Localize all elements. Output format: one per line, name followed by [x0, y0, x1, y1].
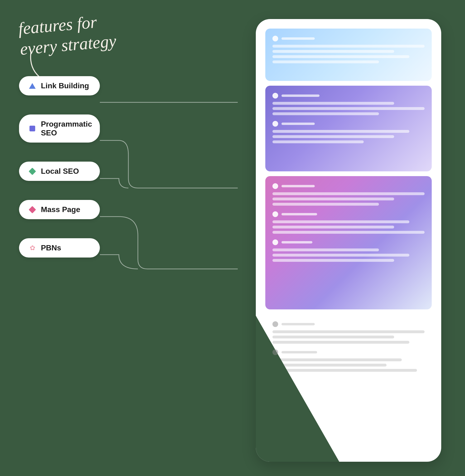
content-bar: [273, 112, 379, 115]
title-bar: [282, 323, 315, 325]
content-bar: [273, 60, 379, 63]
title-bar: [282, 37, 315, 40]
dot-indicator: [273, 36, 278, 41]
pill-link-building[interactable]: Link Building: [19, 76, 100, 95]
content-bar: [273, 102, 394, 105]
content-bar: [273, 369, 417, 372]
pill-pbns[interactable]: ✿ PBNs: [19, 238, 100, 257]
content-bar: [273, 220, 409, 223]
content-bar: [273, 107, 425, 110]
dot-indicator: [273, 183, 278, 189]
content-bar: [273, 198, 394, 200]
content-bar: [273, 259, 394, 262]
title-bar: [282, 122, 315, 125]
flower-icon: ✿: [29, 244, 36, 252]
pill-label: Programmatic SEO: [41, 120, 92, 137]
content-bar: [273, 55, 409, 58]
dot-indicator: [273, 93, 278, 99]
dot-indicator: [273, 321, 278, 327]
diamond-pink-icon: [29, 206, 36, 213]
dot-indicator: [273, 211, 278, 217]
title-bar: [282, 185, 315, 187]
title-bar: [282, 241, 312, 244]
triangle-icon: [29, 82, 36, 90]
pills-container: Link Building Programmatic SEO Local SEO…: [19, 76, 100, 257]
phone-mockup: [256, 19, 441, 462]
content-bar: [273, 45, 425, 48]
dot-indicator: [273, 349, 278, 355]
content-bar: [273, 330, 425, 333]
content-bar: [273, 364, 387, 366]
title-bar: [282, 213, 317, 215]
content-bar: [273, 248, 379, 251]
pill-label: Link Building: [41, 81, 89, 90]
panel-blue-light: [265, 29, 432, 81]
pill-programmatic-seo[interactable]: Programmatic SEO: [19, 114, 100, 143]
content-bar: [273, 336, 394, 338]
content-bar: [273, 135, 394, 138]
pill-label: PBNs: [41, 244, 61, 252]
content-bar: [273, 341, 409, 344]
title-bar: [282, 351, 317, 354]
pill-label: Local SEO: [41, 167, 79, 176]
content-bar: [273, 203, 379, 206]
main-container: features for every strategy Link Buildin…: [0, 0, 465, 476]
content-bar: [273, 130, 409, 133]
content-bar: [273, 140, 364, 143]
content-bar: [273, 231, 425, 234]
dot-indicator: [273, 121, 278, 127]
content-bar: [273, 254, 409, 256]
square-icon: [29, 125, 36, 132]
dot-indicator: [273, 239, 278, 245]
title-bar: [282, 94, 319, 97]
content-bar: [273, 192, 425, 195]
content-bar: [273, 358, 402, 361]
panel-pink-purple: [265, 176, 432, 310]
pill-mass-page[interactable]: Mass Page: [19, 200, 100, 219]
content-bar: [273, 226, 394, 229]
pill-label: Mass Page: [41, 205, 80, 214]
content-bar: [273, 50, 394, 53]
diamond-green-icon: [29, 167, 36, 175]
connector-lines: [100, 88, 243, 398]
panel-purple: [265, 86, 432, 171]
pill-local-seo[interactable]: Local SEO: [19, 162, 100, 181]
